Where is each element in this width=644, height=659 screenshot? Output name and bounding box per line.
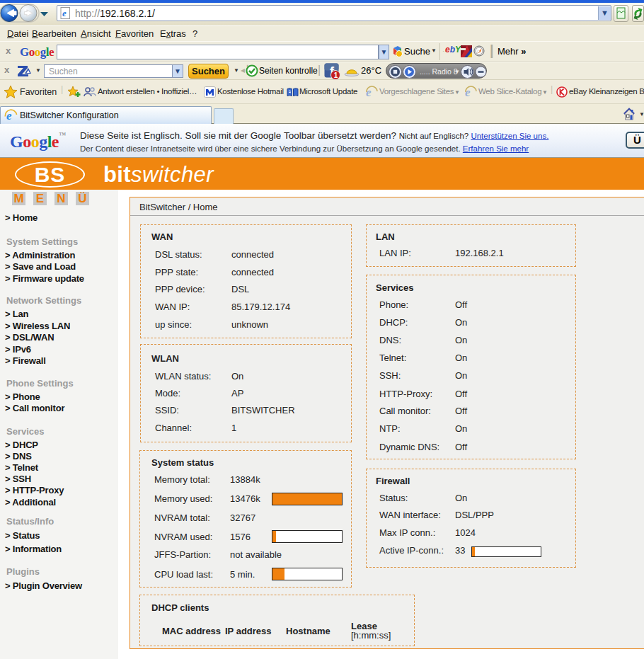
- svg-text:1: 1: [334, 71, 338, 79]
- svg-text:e: e: [62, 8, 67, 18]
